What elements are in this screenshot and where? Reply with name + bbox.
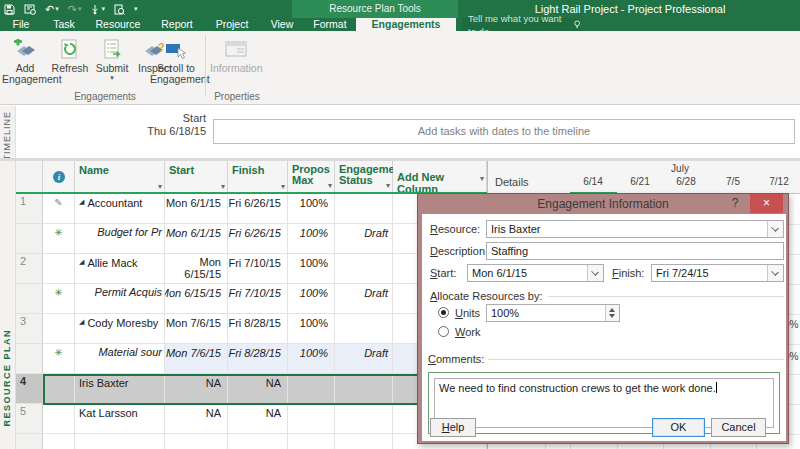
max-units-cell[interactable]: 100%: [288, 344, 335, 374]
max-units-cell[interactable]: 100%: [288, 284, 335, 314]
dropdown-button[interactable]: [587, 265, 603, 281]
scroll-to-engagement-button[interactable]: Scroll to Engagement: [150, 33, 202, 99]
filter-icon[interactable]: ▾: [221, 182, 225, 191]
row-number[interactable]: 5: [16, 404, 43, 434]
name-cell[interactable]: Kat Larsson: [75, 404, 165, 434]
name-cell[interactable]: ◢Allie Mack: [75, 254, 165, 284]
timeline-pane-strip[interactable]: TIMELINE: [0, 106, 16, 158]
row-number[interactable]: 4: [16, 374, 43, 404]
tab-file[interactable]: File: [6, 18, 36, 31]
tab-project[interactable]: Project: [210, 18, 254, 31]
dropdown-button[interactable]: [767, 221, 783, 237]
status-cell[interactable]: [335, 194, 393, 224]
start-cell[interactable]: Mon 6/1/15: [165, 194, 228, 224]
name-cell[interactable]: ◢Accountant: [75, 194, 165, 224]
start-cell[interactable]: Mon 7/6/15: [165, 344, 228, 374]
resource-combobox[interactable]: Iris Baxter: [486, 220, 784, 238]
collapse-triangle-icon[interactable]: ◢: [79, 197, 84, 207]
submit-button[interactable]: Submit ▾: [92, 33, 132, 99]
start-cell[interactable]: Mon 7/6/15: [165, 314, 228, 344]
finish-cell[interactable]: Fri 7/10/15: [228, 254, 288, 284]
finish-cell[interactable]: Fri 8/28/15: [228, 314, 288, 344]
name-cell[interactable]: Material sour: [75, 344, 165, 374]
row-number[interactable]: 2: [16, 254, 43, 284]
close-icon[interactable]: ×: [750, 194, 783, 213]
finish-cell[interactable]: Fri 8/28/15: [228, 344, 288, 374]
max-units-cell[interactable]: [288, 374, 335, 404]
spin-down-icon[interactable]: [609, 314, 615, 318]
start-cell[interactable]: NA: [165, 404, 228, 434]
submit-dropdown-icon[interactable]: ▾: [92, 74, 132, 82]
indicator-column-header[interactable]: i: [43, 161, 75, 194]
start-cell[interactable]: Mon 6/1/15: [165, 224, 228, 254]
tell-me-input[interactable]: Tell me what you want to do...: [462, 18, 580, 31]
max-units-cell[interactable]: [288, 404, 335, 434]
filter-icon[interactable]: ▾: [281, 182, 285, 191]
add-engagement-button[interactable]: Add Engagement: [2, 33, 48, 99]
dialog-help-icon[interactable]: ?: [726, 194, 744, 213]
max-units-cell[interactable]: 100%: [288, 254, 335, 284]
save-icon[interactable]: [4, 4, 15, 15]
column-header-engagement-status[interactable]: Engageme Status ▾: [335, 161, 393, 194]
status-cell[interactable]: Draft: [335, 344, 393, 374]
column-header-finish[interactable]: Finish ▾: [228, 161, 288, 194]
row-number[interactable]: 1: [16, 194, 43, 224]
spinner-buttons[interactable]: [605, 305, 619, 321]
status-cell[interactable]: [335, 404, 393, 434]
row-number[interactable]: 3: [16, 314, 43, 344]
max-units-cell[interactable]: 100%: [288, 224, 335, 254]
finish-combobox[interactable]: Fri 7/24/15: [651, 264, 784, 282]
max-units-cell[interactable]: 100%: [288, 314, 335, 344]
description-field[interactable]: Staffing: [486, 242, 784, 260]
max-units-cell[interactable]: 100%: [288, 194, 335, 224]
touch-mode-button[interactable]: ▾: [90, 0, 105, 18]
start-cell[interactable]: Mon 6/15/15: [165, 254, 228, 284]
column-header-proposed-max[interactable]: Propos Max ▾: [288, 161, 335, 194]
filter-icon[interactable]: ▾: [328, 180, 332, 191]
work-label[interactable]: Work: [455, 326, 480, 338]
indicator-cell[interactable]: ✎: [43, 194, 75, 224]
finish-cell[interactable]: Fri 6/26/15: [228, 224, 288, 254]
tab-engagements[interactable]: Engagements: [356, 18, 456, 31]
tab-report[interactable]: Report: [156, 18, 198, 31]
work-radio[interactable]: [438, 326, 449, 337]
units-label[interactable]: Units: [455, 307, 480, 319]
ok-button[interactable]: OK: [652, 418, 705, 437]
undo-button[interactable]: ↶ ▾: [45, 0, 59, 18]
name-cell[interactable]: Budget for Pr: [75, 224, 165, 254]
update-project-icon[interactable]: [24, 4, 36, 15]
name-cell[interactable]: ◢Cody Moresby: [75, 314, 165, 344]
start-cell[interactable]: NA: [165, 374, 228, 404]
column-header-start[interactable]: Start ▾: [165, 161, 228, 194]
status-cell[interactable]: Draft: [335, 224, 393, 254]
start-cell[interactable]: Mon 6/15/15: [165, 284, 228, 314]
timeline-bar[interactable]: Add tasks with dates to the timeline: [213, 119, 795, 144]
help-button[interactable]: Help: [430, 418, 476, 437]
finish-cell[interactable]: NA: [228, 404, 288, 434]
status-cell[interactable]: [335, 374, 393, 404]
finish-cell[interactable]: Fri 6/26/15: [228, 194, 288, 224]
collapse-triangle-icon[interactable]: ◢: [79, 257, 84, 267]
finish-cell[interactable]: NA: [228, 374, 288, 404]
cancel-button[interactable]: Cancel: [711, 418, 766, 437]
indicator-cell[interactable]: ✳: [43, 224, 75, 254]
collapse-triangle-icon[interactable]: ◢: [79, 317, 84, 327]
spin-up-icon[interactable]: [609, 308, 615, 312]
customize-qat-icon[interactable]: ▾: [134, 0, 138, 18]
column-header-name[interactable]: Name ▾: [75, 161, 165, 194]
touch-mode-caret-icon[interactable]: ▾: [101, 0, 105, 18]
tab-resource[interactable]: Resource: [92, 18, 144, 31]
refresh-button[interactable]: Refresh: [50, 33, 90, 99]
tab-view[interactable]: View: [266, 18, 298, 31]
filter-icon[interactable]: ▾: [158, 182, 162, 191]
units-radio[interactable]: [438, 307, 449, 318]
select-all-corner[interactable]: [16, 161, 43, 194]
name-cell[interactable]: Iris Baxter: [75, 374, 165, 404]
filter-icon[interactable]: ▾: [480, 174, 484, 183]
column-header-add-new-column[interactable]: Add New Column ▾: [393, 161, 487, 194]
status-cell[interactable]: Draft: [335, 284, 393, 314]
units-spinner[interactable]: 100%: [486, 304, 620, 322]
finish-cell[interactable]: Fri 7/10/15: [228, 284, 288, 314]
filter-icon[interactable]: ▾: [386, 180, 390, 191]
status-cell[interactable]: [335, 254, 393, 284]
